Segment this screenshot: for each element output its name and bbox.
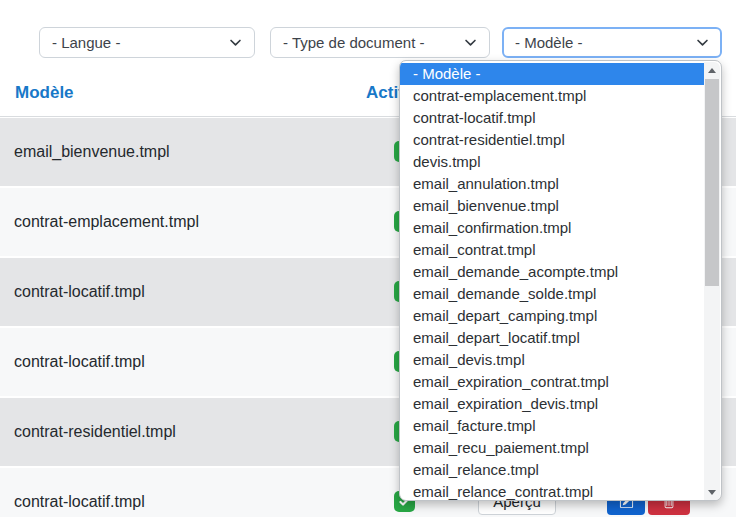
row-name: contrat-locatif.tmpl bbox=[14, 493, 145, 511]
scrollbar-up-button[interactable] bbox=[704, 62, 720, 79]
scroll-up-icon bbox=[708, 68, 716, 73]
dropdown-option[interactable]: email_demande_solde.tmpl bbox=[400, 283, 704, 305]
scroll-down-icon bbox=[708, 490, 716, 495]
row-name: contrat-locatif.tmpl bbox=[14, 353, 145, 371]
scrollbar-down-button[interactable] bbox=[704, 484, 720, 501]
modele-select-value: - Modèle - bbox=[515, 34, 583, 51]
dropdown-option[interactable]: email_depart_camping.tmpl bbox=[400, 305, 704, 327]
scrollbar[interactable] bbox=[704, 62, 720, 501]
modele-select[interactable]: - Modèle - bbox=[502, 27, 722, 58]
templates-admin-page: - Langue - - Type de document - - Modèle… bbox=[0, 0, 736, 517]
dropdown-options: - Modèle - contrat-emplacement.tmpl cont… bbox=[400, 63, 704, 501]
row-name: email_bienvenue.tmpl bbox=[14, 143, 170, 161]
dropdown-option[interactable]: email_confirmation.tmpl bbox=[400, 217, 704, 239]
type-document-select-value: - Type de document - bbox=[283, 34, 424, 51]
dropdown-option[interactable]: email_expiration_contrat.tmpl bbox=[400, 371, 704, 393]
column-header-modele: Modèle bbox=[15, 70, 74, 116]
chevron-down-icon bbox=[229, 36, 242, 49]
dropdown-option[interactable]: contrat-locatif.tmpl bbox=[400, 107, 704, 129]
dropdown-option[interactable]: email_relance_contrat.tmpl bbox=[400, 481, 704, 501]
dropdown-option[interactable]: email_relance.tmpl bbox=[400, 459, 704, 481]
row-name: contrat-residentiel.tmpl bbox=[14, 423, 176, 441]
langue-select[interactable]: - Langue - bbox=[39, 27, 255, 58]
scrollbar-thumb[interactable] bbox=[705, 79, 719, 286]
dropdown-option[interactable]: devis.tmpl bbox=[400, 151, 704, 173]
row-name: contrat-locatif.tmpl bbox=[14, 283, 145, 301]
chevron-down-icon bbox=[696, 36, 709, 49]
modele-dropdown-panel: - Modèle - contrat-emplacement.tmpl cont… bbox=[399, 60, 722, 501]
dropdown-option[interactable]: email_facture.tmpl bbox=[400, 415, 704, 437]
dropdown-option[interactable]: email_expiration_devis.tmpl bbox=[400, 393, 704, 415]
dropdown-option[interactable]: email_depart_locatif.tmpl bbox=[400, 327, 704, 349]
dropdown-option[interactable]: email_bienvenue.tmpl bbox=[400, 195, 704, 217]
dropdown-option[interactable]: email_contrat.tmpl bbox=[400, 239, 704, 261]
chevron-down-icon bbox=[464, 36, 477, 49]
dropdown-option[interactable]: contrat-residentiel.tmpl bbox=[400, 129, 704, 151]
dropdown-option[interactable]: contrat-emplacement.tmpl bbox=[400, 85, 704, 107]
dropdown-option[interactable]: email_annulation.tmpl bbox=[400, 173, 704, 195]
row-name: contrat-emplacement.tmpl bbox=[14, 213, 199, 231]
dropdown-option[interactable]: - Modèle - bbox=[400, 63, 704, 85]
langue-select-value: - Langue - bbox=[52, 34, 120, 51]
dropdown-option[interactable]: email_demande_acompte.tmpl bbox=[400, 261, 704, 283]
type-document-select[interactable]: - Type de document - bbox=[270, 27, 490, 58]
dropdown-option[interactable]: email_devis.tmpl bbox=[400, 349, 704, 371]
dropdown-option[interactable]: email_recu_paiement.tmpl bbox=[400, 437, 704, 459]
